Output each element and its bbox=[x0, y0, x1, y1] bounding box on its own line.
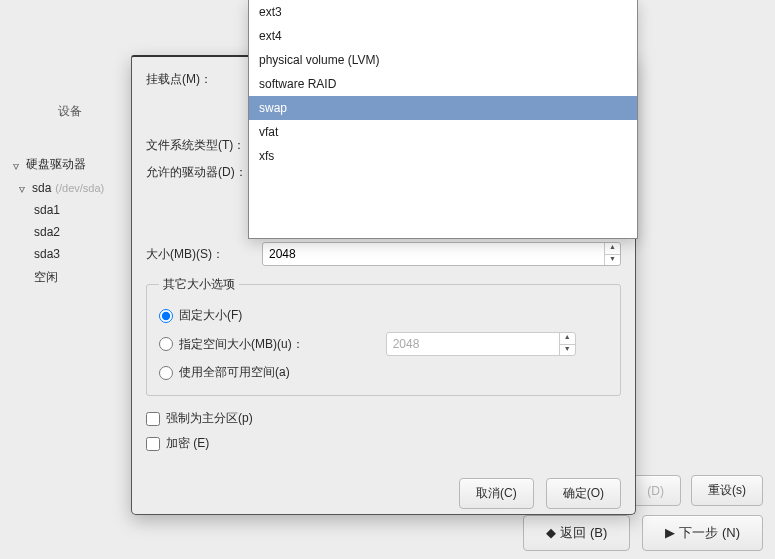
mount-point-label: 挂载点(M)： bbox=[146, 71, 262, 88]
next-button[interactable]: ▶下一步 (N) bbox=[642, 515, 763, 551]
dropdown-item-ext3[interactable]: ext3 bbox=[249, 0, 637, 24]
tree-label: sda3 bbox=[34, 247, 60, 261]
radio-fillmax[interactable]: 使用全部可用空间(a) bbox=[159, 360, 608, 385]
dropdown-item-ext4[interactable]: ext4 bbox=[249, 24, 637, 48]
fillto-spin: ▲ ▼ bbox=[386, 332, 576, 356]
check-primary-input[interactable] bbox=[146, 412, 160, 426]
caret-down-icon: ▿ bbox=[16, 182, 28, 194]
fstype-dropdown[interactable]: ext3 ext4 physical volume (LVM) software… bbox=[248, 0, 638, 239]
back-label: 返回 (B) bbox=[560, 525, 607, 540]
size-spin[interactable]: ▲ ▼ bbox=[262, 242, 621, 266]
check-encrypt[interactable]: 加密 (E) bbox=[146, 431, 621, 456]
radio-fillmax-label: 使用全部可用空间(a) bbox=[179, 364, 290, 381]
tree-label: 硬盘驱动器 bbox=[26, 156, 86, 173]
cancel-button[interactable]: 取消(C) bbox=[459, 478, 534, 509]
radio-fixed-label: 固定大小(F) bbox=[179, 307, 242, 324]
ok-button[interactable]: 确定(O) bbox=[546, 478, 621, 509]
tree-devpath: (/dev/sda) bbox=[55, 182, 104, 194]
radio-fixed-input[interactable] bbox=[159, 309, 173, 323]
dropdown-item-vfat[interactable]: vfat bbox=[249, 120, 637, 144]
tree-label: 空闲 bbox=[34, 269, 58, 286]
size-options-legend: 其它大小选项 bbox=[159, 276, 239, 293]
delete-button: (D) bbox=[630, 475, 681, 506]
size-label: 大小(MB)(S)： bbox=[146, 246, 262, 263]
check-primary-label: 强制为主分区(p) bbox=[166, 410, 253, 427]
spin-down-icon[interactable]: ▼ bbox=[605, 255, 620, 266]
radio-fillto-input[interactable] bbox=[159, 337, 173, 351]
fstype-label: 文件系统类型(T)： bbox=[146, 137, 262, 154]
tree-label: sda2 bbox=[34, 225, 60, 239]
dropdown-item-xfs[interactable]: xfs bbox=[249, 144, 637, 168]
radio-fillto-row: 指定空间大小(MB)(u)： ▲ ▼ bbox=[159, 328, 608, 360]
radio-fixed[interactable]: 固定大小(F) bbox=[159, 303, 608, 328]
tree-label: sda bbox=[32, 181, 51, 195]
dropdown-item-swap[interactable]: swap bbox=[249, 96, 637, 120]
arrow-right-icon: ▶ bbox=[665, 525, 675, 540]
dropdown-item-raid[interactable]: software RAID bbox=[249, 72, 637, 96]
allowed-drives-label: 允许的驱动器(D)： bbox=[146, 164, 262, 181]
size-options-group: 其它大小选项 固定大小(F) 指定空间大小(MB)(u)： ▲ ▼ bbox=[146, 276, 621, 396]
spin-up-icon[interactable]: ▲ bbox=[605, 243, 620, 255]
dropdown-item-pv[interactable]: physical volume (LVM) bbox=[249, 48, 637, 72]
caret-down-icon: ▿ bbox=[10, 159, 22, 171]
fillto-input bbox=[387, 333, 559, 355]
size-input[interactable] bbox=[263, 243, 604, 265]
radio-fillmax-input[interactable] bbox=[159, 366, 173, 380]
radio-fillto-label: 指定空间大小(MB)(u)： bbox=[179, 336, 304, 353]
check-primary[interactable]: 强制为主分区(p) bbox=[146, 406, 621, 431]
spin-up-icon: ▲ bbox=[560, 333, 575, 345]
arrow-left-icon: ◆ bbox=[546, 525, 556, 540]
tree-label: sda1 bbox=[34, 203, 60, 217]
check-encrypt-input[interactable] bbox=[146, 437, 160, 451]
spin-down-icon: ▼ bbox=[560, 345, 575, 356]
reset-button[interactable]: 重设(s) bbox=[691, 475, 763, 506]
check-encrypt-label: 加密 (E) bbox=[166, 435, 209, 452]
next-label: 下一步 (N) bbox=[679, 525, 740, 540]
